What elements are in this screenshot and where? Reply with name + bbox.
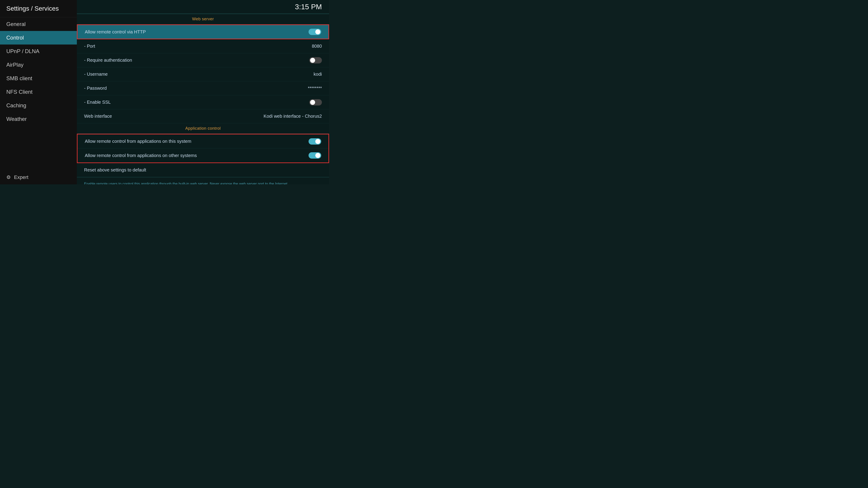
- expert-button[interactable]: ⚙ Expert: [0, 170, 77, 184]
- main-content: 3:15 PM Web server Allow remote control …: [77, 0, 329, 184]
- topbar: 3:15 PM: [77, 0, 329, 13]
- allow-http-row[interactable]: Allow remote control via HTTP: [77, 24, 329, 39]
- toggle-knob: [315, 29, 320, 34]
- allow-apps-other-label: Allow remote control from applications o…: [85, 153, 197, 158]
- sidebar-item-upnp[interactable]: UPnP / DLNA: [0, 44, 77, 58]
- enable-ssl-label: - Enable SSL: [84, 100, 111, 105]
- web-server-header: Web server: [77, 14, 329, 24]
- web-interface-row[interactable]: Web interface Kodi web interface - Choru…: [77, 109, 329, 123]
- require-auth-row[interactable]: - Require authentication: [77, 53, 329, 67]
- sidebar-nav: GeneralControlUPnP / DLNAAirPlaySMB clie…: [0, 18, 77, 170]
- sidebar-title: Settings / Services: [0, 0, 77, 18]
- app-control-header: Application control: [77, 123, 329, 134]
- gear-icon: ⚙: [6, 174, 11, 180]
- allow-apps-other-toggle[interactable]: [309, 152, 321, 159]
- password-label: - Password: [84, 86, 107, 91]
- clock: 3:15 PM: [295, 3, 322, 11]
- sidebar-item-caching[interactable]: Caching: [0, 99, 77, 112]
- app-control-group: Allow remote control from applications o…: [77, 134, 329, 163]
- toggle-knob: [315, 139, 320, 144]
- port-value: 8080: [312, 43, 322, 49]
- username-row[interactable]: - Username kodi: [77, 67, 329, 81]
- enable-ssl-toggle[interactable]: [309, 99, 322, 105]
- allow-apps-this-label: Allow remote control from applications o…: [85, 139, 191, 144]
- sidebar-item-smb[interactable]: SMB client: [0, 72, 77, 85]
- password-value: ********: [308, 86, 322, 91]
- reset-row[interactable]: Reset above settings to default: [77, 163, 329, 177]
- web-interface-value: Kodi web interface - Chorus2: [264, 113, 322, 119]
- toggle-knob: [310, 100, 315, 105]
- sidebar-item-weather[interactable]: Weather: [0, 112, 77, 126]
- allow-http-label: Allow remote control via HTTP: [85, 29, 146, 35]
- port-label: - Port: [84, 43, 95, 49]
- allow-apps-this-toggle[interactable]: [309, 138, 321, 144]
- toggle-knob: [310, 58, 315, 63]
- sidebar-item-control[interactable]: Control: [0, 31, 77, 44]
- username-label: - Username: [84, 72, 107, 77]
- footer-description: Enable remote users to control this appl…: [77, 177, 329, 184]
- sidebar-item-airplay[interactable]: AirPlay: [0, 58, 77, 72]
- sidebar-item-general[interactable]: General: [0, 18, 77, 31]
- password-row[interactable]: - Password ********: [77, 81, 329, 95]
- username-value: kodi: [313, 72, 322, 77]
- sidebar-item-nfs[interactable]: NFS Client: [0, 85, 77, 99]
- require-auth-label: - Require authentication: [84, 58, 132, 63]
- require-auth-toggle[interactable]: [309, 57, 322, 64]
- allow-apps-other-row[interactable]: Allow remote control from applications o…: [78, 149, 329, 162]
- web-interface-label: Web interface: [84, 113, 112, 119]
- allow-apps-this-row[interactable]: Allow remote control from applications o…: [78, 134, 329, 149]
- port-row[interactable]: - Port 8080: [77, 39, 329, 53]
- enable-ssl-row[interactable]: - Enable SSL: [77, 95, 329, 109]
- settings-content: Web server Allow remote control via HTTP…: [77, 14, 329, 184]
- allow-http-toggle[interactable]: [309, 29, 321, 35]
- expert-label: Expert: [14, 174, 29, 180]
- reset-label: Reset above settings to default: [84, 167, 146, 173]
- sidebar: Settings / Services GeneralControlUPnP /…: [0, 0, 77, 184]
- toggle-knob: [315, 153, 320, 158]
